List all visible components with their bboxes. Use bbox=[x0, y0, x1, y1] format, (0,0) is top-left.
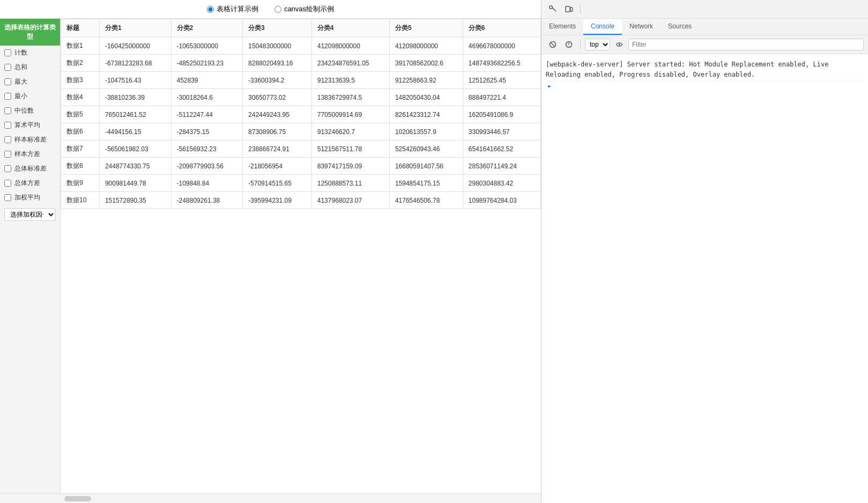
sidebar-label-sample-stddev: 样本标准差 bbox=[14, 135, 47, 144]
device-toolbar-button[interactable] bbox=[562, 2, 576, 16]
console-expand-arrow[interactable]: ► bbox=[546, 82, 554, 91]
cell-row-4-col-3: 242449243.95 bbox=[243, 106, 312, 123]
cell-row-label: 数据3 bbox=[61, 72, 100, 89]
sidebar: 选择表格的计算类型 计数 总和 最大 最小 bbox=[0, 19, 61, 493]
checkbox-pop-stddev[interactable] bbox=[4, 165, 11, 172]
checkbox-weighted-mean[interactable] bbox=[4, 194, 11, 201]
pause-exceptions-button[interactable] bbox=[562, 38, 576, 51]
sidebar-label-sum: 总和 bbox=[14, 63, 27, 72]
cell-row-5-col-4: 913246620.7 bbox=[311, 123, 389, 140]
sidebar-item-min[interactable]: 最小 bbox=[0, 89, 60, 103]
sidebar-item-count[interactable]: 计数 bbox=[0, 46, 60, 60]
console-toolbar-divider bbox=[580, 40, 581, 49]
cell-row-7-col-4: 8397417159.09 bbox=[311, 158, 389, 175]
cell-row-label: 数据10 bbox=[61, 192, 100, 209]
cell-row-0-col-6: 4696678000000 bbox=[463, 38, 540, 55]
sidebar-label-mean: 算术平均 bbox=[14, 121, 40, 130]
checkbox-sum[interactable] bbox=[4, 64, 11, 71]
cell-row-1-col-2: -4852502193.23 bbox=[171, 55, 243, 72]
sidebar-item-pop-stddev[interactable]: 总体标准差 bbox=[0, 161, 60, 176]
checkbox-sample-stddev[interactable] bbox=[4, 136, 11, 143]
table-row: 数据5765012461.52-5112247.44242449243.9577… bbox=[61, 106, 541, 123]
col-header-cat2: 分类2 bbox=[171, 19, 243, 38]
checkbox-min[interactable] bbox=[4, 93, 11, 100]
sidebar-label-max: 最大 bbox=[14, 77, 27, 86]
weighted-factor-dropdown[interactable]: 选择加权因子 bbox=[4, 208, 56, 221]
table-container: 标题 分类1 分类2 分类3 分类4 分类5 分类6 数据1-160425000… bbox=[61, 19, 541, 493]
cell-row-5-col-1: -4494156.15 bbox=[99, 123, 171, 140]
checkbox-median[interactable] bbox=[4, 107, 11, 114]
checkbox-count[interactable] bbox=[4, 49, 11, 56]
eye-button[interactable] bbox=[612, 38, 626, 51]
svg-rect-3 bbox=[570, 8, 573, 11]
radio-table-label: 表格计算示例 bbox=[217, 4, 258, 14]
sidebar-item-mean[interactable]: 算术平均 bbox=[0, 118, 60, 132]
context-selector[interactable]: top bbox=[585, 39, 610, 50]
svg-point-10 bbox=[619, 44, 620, 46]
cell-row-5-col-6: 330993446.57 bbox=[463, 123, 540, 140]
table-row: 数据1-160425000000-10653000000150483000000… bbox=[61, 38, 541, 55]
sidebar-item-median[interactable]: 中位数 bbox=[0, 103, 60, 118]
col-header-label: 标题 bbox=[61, 19, 100, 38]
tab-elements[interactable]: Elements bbox=[541, 19, 583, 35]
tab-console[interactable]: Console bbox=[583, 19, 622, 35]
cell-row-4-col-6: 16205491086.9 bbox=[463, 106, 540, 123]
table-row: 数据82448774330.75-2098779903.56-218056954… bbox=[61, 158, 541, 175]
col-header-cat4: 分类4 bbox=[311, 19, 389, 38]
cell-row-9-col-3: -395994231.09 bbox=[243, 192, 312, 209]
svg-rect-2 bbox=[566, 6, 570, 12]
svg-rect-0 bbox=[550, 6, 552, 9]
cell-row-6-col-1: -565061982.03 bbox=[99, 140, 171, 158]
cell-row-3-col-4: 13836729974.5 bbox=[311, 89, 389, 106]
cell-row-label: 数据9 bbox=[61, 175, 100, 192]
devtools-console-output: [webpack-dev-server] Server started: Hot… bbox=[541, 54, 868, 503]
checkbox-sample-var[interactable] bbox=[4, 151, 11, 158]
top-bar: 表格计算示例 canvas绘制示例 bbox=[0, 0, 541, 19]
cell-row-3-col-5: 1482050430.04 bbox=[389, 89, 463, 106]
sidebar-item-max[interactable]: 最大 bbox=[0, 75, 60, 89]
cell-row-3-col-6: 888497221.4 bbox=[463, 89, 540, 106]
cell-row-2-col-5: 912258663.92 bbox=[389, 72, 463, 89]
cell-row-4-col-4: 7705009914.69 bbox=[311, 106, 389, 123]
sidebar-label-pop-stddev: 总体标准差 bbox=[14, 164, 47, 173]
cell-row-4-col-1: 765012461.52 bbox=[99, 106, 171, 123]
tab-network[interactable]: Network bbox=[622, 19, 661, 35]
cell-row-7-col-1: 2448774330.75 bbox=[99, 158, 171, 175]
tab-sources[interactable]: Sources bbox=[661, 19, 699, 35]
horizontal-scrollbar[interactable] bbox=[0, 493, 541, 503]
cell-row-label: 数据2 bbox=[61, 55, 100, 72]
cell-row-7-col-2: -2098779903.56 bbox=[171, 158, 243, 175]
cell-row-9-col-1: 151572890.35 bbox=[99, 192, 171, 209]
inspect-element-button[interactable] bbox=[546, 2, 560, 16]
cell-row-2-col-4: 912313639.5 bbox=[311, 72, 389, 89]
sidebar-item-sample-stddev[interactable]: 样本标准差 bbox=[0, 132, 60, 147]
cell-row-2-col-3: -33600394.2 bbox=[243, 72, 312, 89]
table-header-row: 标题 分类1 分类2 分类3 分类4 分类5 分类6 bbox=[61, 19, 541, 38]
cell-row-5-col-2: -284375.15 bbox=[171, 123, 243, 140]
checkbox-pop-var[interactable] bbox=[4, 180, 11, 187]
cell-row-6-col-3: 238866724.91 bbox=[243, 140, 312, 158]
cell-row-9-col-5: 4176546506.78 bbox=[389, 192, 463, 209]
checkbox-max[interactable] bbox=[4, 78, 11, 85]
cell-row-5-col-5: 1020613557.9 bbox=[389, 123, 463, 140]
console-filter-input[interactable] bbox=[628, 39, 864, 50]
table-row: 数据10151572890.35-248809261.38-395994231.… bbox=[61, 192, 541, 209]
cell-row-5-col-3: 87308906.75 bbox=[243, 123, 312, 140]
cell-row-1-col-5: 391708562002.6 bbox=[389, 55, 463, 72]
sidebar-label-weighted-mean: 加权平均 bbox=[14, 193, 40, 202]
sidebar-item-sum[interactable]: 总和 bbox=[0, 60, 60, 75]
clear-console-button[interactable] bbox=[546, 38, 560, 51]
sidebar-item-weighted-mean[interactable]: 加权平均 bbox=[0, 190, 60, 205]
devtools-tabs-bar: Elements Console Network Sources bbox=[541, 19, 868, 35]
sidebar-item-sample-var[interactable]: 样本方差 bbox=[0, 147, 60, 161]
checkbox-mean[interactable] bbox=[4, 122, 11, 129]
sidebar-title: 选择表格的计算类型 bbox=[0, 19, 60, 46]
sidebar-item-pop-var[interactable]: 总体方差 bbox=[0, 176, 60, 190]
table-row: 数据7-565061982.03-56156932.23238866724.91… bbox=[61, 140, 541, 158]
table-row: 数据9900981449.78-109848.84-570914515.6512… bbox=[61, 175, 541, 192]
radio-canvas-example[interactable]: canvas绘制示例 bbox=[275, 4, 334, 14]
cell-row-6-col-4: 5121567511.78 bbox=[311, 140, 389, 158]
cell-row-label: 数据7 bbox=[61, 140, 100, 158]
col-header-cat1: 分类1 bbox=[99, 19, 171, 38]
radio-table-example[interactable]: 表格计算示例 bbox=[207, 4, 258, 14]
